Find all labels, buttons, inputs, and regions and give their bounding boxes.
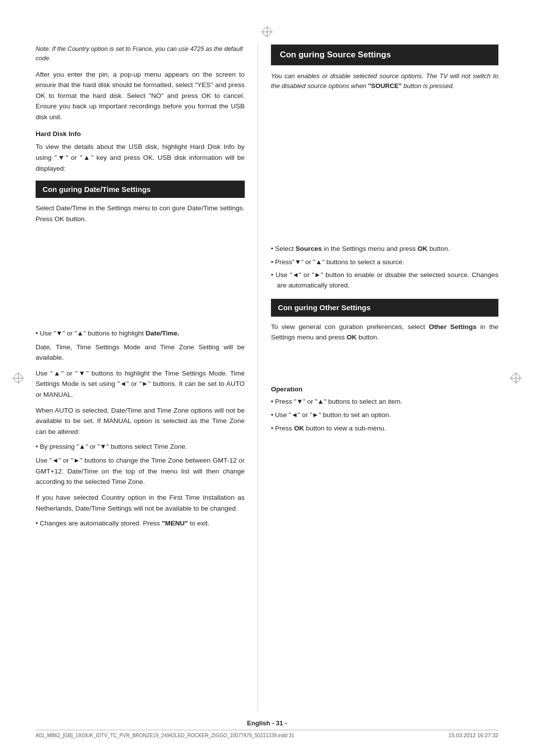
right-lower-spacer (271, 348, 498, 378)
source-section: Con guring Source Settings You can enabl… (271, 45, 498, 92)
lower-para4: Use "◄" or "►" buttons to change the Tim… (36, 455, 245, 487)
body-para1: After you enter the pin, a pop-up menu a… (36, 69, 245, 123)
other-text: To view general con guration preferences… (271, 322, 498, 343)
footer-right-text: 15.03.2012 16:27:32 (448, 732, 498, 738)
column-divider (258, 45, 258, 711)
operation-bullet3: Press OK button to view a sub-menu. (271, 424, 498, 434)
left-lower-content: Use "▼" or "▲" buttons to highlight Date… (36, 329, 245, 529)
operation-section: Operation Press "▼" or "▲" buttons to se… (271, 384, 498, 434)
reg-mark-top (263, 27, 271, 36)
date-time-section: Con guring Date/Time Settings Select Dat… (36, 181, 245, 224)
reg-mark-left (14, 374, 23, 382)
lower-para3: When AUTO is selected, Date/Time and Tim… (36, 405, 245, 437)
source-bullet3: Use "◄" or "►" button to enable or disab… (271, 270, 498, 291)
hard-disk-text: To view the details about the USB disk, … (36, 142, 245, 174)
lower-para2: Use "▲" or "▼" buttons to highlight the … (36, 368, 245, 400)
footer-left-text: A01_MB62_[GB]_1910UK_IDTV_TC_PVR_BRONZE1… (36, 733, 294, 738)
date-time-intro: Select Date/Time in the Settings menu to… (36, 203, 245, 224)
lower-para5: If you have selected Country option in t… (36, 492, 245, 514)
lower-para1: Date, Time, Time Settings Mode and Time … (36, 342, 245, 363)
other-heading: Con guring Other Settings (271, 299, 498, 316)
hard-disk-label: Hard Disk Info (36, 129, 245, 140)
operation-bullet2: Use "◄" or "►" button to set an option. (271, 410, 498, 421)
hard-disk-section: Hard Disk Info To view the details about… (36, 129, 245, 174)
footer-area: English - 31 - A01_MB62_[GB]_1910UK_IDTV… (36, 719, 498, 738)
reg-mark-right (511, 374, 520, 382)
source-bullet2: Press"▼" or "▲" buttons to select a sour… (271, 257, 498, 268)
left-column: Note: If the Country option is set to Fr… (36, 45, 257, 711)
right-spacer (271, 100, 498, 244)
source-bullet1: Select Sources in the Settings menu and … (271, 244, 498, 254)
note-text: Note: If the Country option is set to Fr… (36, 45, 245, 63)
right-column: Con guring Source Settings You can enabl… (259, 45, 498, 711)
footer-center-text: English - 31 - (247, 719, 287, 727)
footer-line: A01_MB62_[GB]_1910UK_IDTV_TC_PVR_BRONZE1… (36, 730, 498, 738)
page: Note: If the Country option is set to Fr… (0, 0, 534, 756)
operation-bullet1: Press "▼" or "▲" buttons to select an it… (271, 397, 498, 407)
source-heading: Con guring Source Settings (271, 45, 498, 65)
source-intro: You can enables or disable selected sour… (271, 71, 498, 91)
left-spacer (36, 230, 245, 329)
other-settings-section: Con guring Other Settings To view genera… (271, 299, 498, 342)
date-time-heading: Con guring Date/Time Settings (36, 181, 245, 198)
lower-bullet2: By pressing "▲" or "▼" buttons select Ti… (36, 442, 245, 452)
lower-bullet3: Changes are automatically stored. Press … (36, 519, 245, 529)
lower-bullet1: Use "▼" or "▲" buttons to highlight Date… (36, 329, 245, 339)
source-bullets: Select Sources in the Settings menu and … (271, 244, 498, 291)
content-area: Note: If the Country option is set to Fr… (36, 45, 498, 711)
operation-label: Operation (271, 384, 498, 395)
